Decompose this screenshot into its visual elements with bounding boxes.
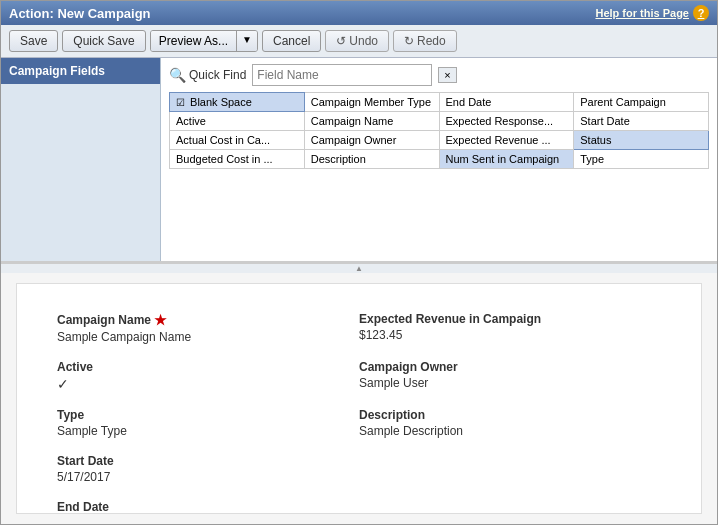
preview-as-button[interactable]: Preview As... ▼ [150, 30, 258, 52]
main-content: Campaign Fields 🔍 Quick Find × [1, 58, 717, 524]
description-label: Description [359, 408, 661, 422]
search-icon: 🔍 [169, 67, 186, 83]
cancel-button[interactable]: Cancel [262, 30, 321, 52]
drag-handle[interactable]: ▲ [1, 263, 717, 273]
redo-label: Redo [417, 34, 446, 48]
sidebar-item-campaign-fields[interactable]: Campaign Fields [1, 58, 160, 84]
redo-button[interactable]: Redo [393, 30, 457, 52]
field-name-input[interactable] [252, 64, 432, 86]
table-row: Active Campaign Name Expected Response..… [170, 112, 709, 131]
campaign-name-label: Campaign Name ★ [57, 312, 359, 328]
start-date-label: Start Date [57, 454, 359, 468]
undo-button[interactable]: Undo [325, 30, 389, 52]
campaign-owner-value: Sample User [359, 376, 661, 390]
type-value: Sample Type [57, 424, 359, 438]
field-num-sent[interactable]: Num Sent in Campaign [439, 150, 574, 169]
table-row: ☑ Blank Space Campaign Member Type End D… [170, 93, 709, 112]
field-campaign-name[interactable]: Campaign Name [304, 112, 439, 131]
drag-arrow-icon: ▲ [355, 264, 363, 273]
field-actual-cost[interactable]: Actual Cost in Ca... [170, 131, 305, 150]
table-row: Actual Cost in Ca... Campaign Owner Expe… [170, 131, 709, 150]
field-parent-campaign[interactable]: Parent Campaign [574, 93, 709, 112]
field-active-preview: Active ✓ [57, 352, 359, 400]
end-date-label: End Date [57, 500, 359, 514]
lower-section: Campaign Name ★ Sample Campaign Name Exp… [1, 273, 717, 524]
undo-label: Undo [349, 34, 378, 48]
field-description-preview: Description Sample Description [359, 400, 661, 446]
quick-find-label: 🔍 Quick Find [169, 67, 246, 83]
add-icon: ☑ [176, 97, 185, 108]
field-start-date-preview: Start Date 5/17/2017 [57, 446, 359, 492]
field-expected-revenue[interactable]: Expected Revenue ... [439, 131, 574, 150]
toolbar: Save Quick Save Preview As... ▼ Cancel U… [1, 25, 717, 58]
expected-revenue-value: $123.45 [359, 328, 661, 342]
upper-section: Campaign Fields 🔍 Quick Find × [1, 58, 717, 263]
field-start-date[interactable]: Start Date [574, 112, 709, 131]
preview-dropdown-arrow[interactable]: ▼ [236, 31, 257, 51]
field-picker: 🔍 Quick Find × ☑ Blank Space [161, 58, 717, 261]
field-campaign-owner-preview: Campaign Owner Sample User [359, 352, 661, 400]
clear-search-button[interactable]: × [438, 67, 456, 83]
field-active[interactable]: Active [170, 112, 305, 131]
required-star: ★ [154, 312, 167, 328]
description-value: Sample Description [359, 424, 661, 438]
page-title: Action: New Campaign [9, 6, 151, 21]
field-expected-revenue-preview: Expected Revenue in Campaign $123.45 [359, 304, 661, 352]
sidebar: Campaign Fields [1, 58, 161, 261]
field-blank-space[interactable]: ☑ Blank Space [170, 93, 305, 112]
fields-table: ☑ Blank Space Campaign Member Type End D… [169, 92, 709, 169]
field-label-blank-space: Blank Space [190, 96, 252, 108]
field-description[interactable]: Description [304, 150, 439, 169]
field-end-date[interactable]: End Date [439, 93, 574, 112]
save-button[interactable]: Save [9, 30, 58, 52]
quick-save-button[interactable]: Quick Save [62, 30, 145, 52]
field-campaign-member-type[interactable]: Campaign Member Type [304, 93, 439, 112]
type-label: Type [57, 408, 359, 422]
expected-revenue-label: Expected Revenue in Campaign [359, 312, 661, 326]
field-campaign-name-preview: Campaign Name ★ Sample Campaign Name [57, 304, 359, 352]
title-bar: Action: New Campaign Help for this Page … [1, 1, 717, 25]
active-label: Active [57, 360, 359, 374]
field-type-preview: Type Sample Type [57, 400, 359, 446]
field-campaign-owner[interactable]: Campaign Owner [304, 131, 439, 150]
campaign-name-value: Sample Campaign Name [57, 330, 359, 344]
table-row: Budgeted Cost in ... Description Num Sen… [170, 150, 709, 169]
preview-area: Campaign Name ★ Sample Campaign Name Exp… [16, 283, 702, 514]
help-icon: ? [693, 5, 709, 21]
field-type[interactable]: Type [574, 150, 709, 169]
field-expected-response[interactable]: Expected Response... [439, 112, 574, 131]
quick-find-row: 🔍 Quick Find × [169, 64, 709, 86]
quick-find-text: Quick Find [189, 68, 246, 82]
campaign-owner-label: Campaign Owner [359, 360, 661, 374]
start-date-value: 5/17/2017 [57, 470, 359, 484]
active-value: ✓ [57, 376, 359, 392]
help-text: Help for this Page [595, 7, 689, 19]
preview-main-label[interactable]: Preview As... [151, 31, 236, 51]
field-empty-right [359, 446, 661, 492]
field-status[interactable]: Status [574, 131, 709, 150]
redo-icon [404, 34, 414, 48]
field-budgeted-cost[interactable]: Budgeted Cost in ... [170, 150, 305, 169]
undo-icon [336, 34, 346, 48]
sidebar-item-label: Campaign Fields [9, 64, 105, 78]
help-link[interactable]: Help for this Page ? [595, 5, 709, 21]
form-grid: Campaign Name ★ Sample Campaign Name Exp… [57, 304, 661, 514]
field-end-date-preview: End Date 5/17/2017 [57, 492, 359, 514]
